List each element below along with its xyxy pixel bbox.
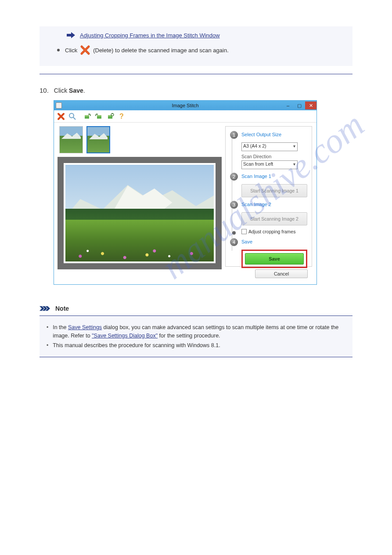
toolbar-rotate-all-button[interactable] <box>105 112 115 121</box>
toolbar-help-button[interactable]: ? <box>116 112 127 121</box>
start-scan-1-button[interactable]: Start Scanning Image 1 <box>241 184 307 197</box>
svg-rect-3 <box>85 115 89 116</box>
svg-point-0 <box>69 113 74 118</box>
thumbnails-row <box>58 125 222 157</box>
step-dot <box>232 231 236 235</box>
note-heading-text: Note <box>55 305 69 312</box>
right-pane: 1 Select Output Size A3 (A4 x 2) Scan Di… <box>225 123 316 284</box>
note-item-1: In the Save Settings dialog box, you can… <box>47 323 345 340</box>
thumbnail-1[interactable] <box>59 126 83 153</box>
step-text: Click Save. <box>54 87 85 94</box>
note-text-after: (Delete) to delete the scanned image and… <box>93 47 229 54</box>
step-4-badge: 4 <box>230 238 238 246</box>
window-title: Image Stitch <box>54 103 316 108</box>
delete-x-icon <box>80 45 90 55</box>
left-pane <box>54 123 225 284</box>
bottom-note-block: In the Save Settings dialog box, you can… <box>40 316 352 357</box>
note-item-2: This manual describes the procedure for … <box>47 341 345 350</box>
step-2-title: Scan Image 1 <box>241 174 271 179</box>
step-3-title: Scan Image 2 <box>241 202 271 207</box>
svg-rect-6 <box>97 115 101 116</box>
step-3-badge: 3 <box>230 201 238 209</box>
note-text-before: Click <box>65 47 77 54</box>
note-heading: Note <box>40 305 352 312</box>
save-settings-dialog-link[interactable]: "Save Settings Dialog Box" <box>92 333 158 339</box>
step-1-badge: 1 <box>230 131 238 139</box>
step-2-badge: 2 <box>230 173 238 181</box>
titlebar[interactable]: Image Stitch – ▢ ✕ <box>54 101 316 110</box>
output-size-select[interactable]: A3 (A4 x 2) <box>241 142 298 151</box>
step-10: 10. Click Save. <box>40 87 352 94</box>
save-button[interactable]: Save <box>245 253 304 265</box>
preview-frame <box>58 157 222 269</box>
preview-image <box>65 165 214 261</box>
chevron-icon <box>40 305 54 312</box>
svg-line-1 <box>73 117 76 120</box>
divider <box>40 74 352 74</box>
scan-direction-label: Scan Direction <box>241 154 307 159</box>
step-4-title: Save <box>241 239 252 244</box>
toolbar-zoom-button[interactable] <box>67 112 78 121</box>
cropping-frames-link[interactable]: Adjusting Cropping Frames in the Image S… <box>80 32 220 39</box>
toolbar-rotate-right-button[interactable] <box>94 112 104 121</box>
step-1-title: Select Output Size <box>241 132 281 137</box>
save-highlight-box: Save <box>241 250 307 268</box>
toolbar: ? <box>54 110 316 123</box>
cancel-button[interactable]: Cancel <box>255 269 308 278</box>
adjust-cropping-checkbox[interactable] <box>241 229 247 234</box>
bullet-icon <box>57 49 60 51</box>
arrow-right-icon <box>67 32 76 39</box>
save-settings-link-1[interactable]: Save Settings <box>68 324 102 330</box>
image-stitch-window: Image Stitch – ▢ ✕ ? <box>54 100 317 285</box>
toolbar-delete-button[interactable] <box>56 112 66 121</box>
thumbnail-2[interactable] <box>86 126 110 153</box>
start-scan-2-button[interactable]: Start Scanning Image 2 <box>241 212 307 225</box>
step-number: 10. <box>40 87 49 94</box>
top-note-block: Adjusting Cropping Frames in the Image S… <box>40 26 352 66</box>
adjust-cropping-label: Adjust cropping frames <box>248 229 295 234</box>
scan-direction-select[interactable]: Scan from Left <box>241 160 298 169</box>
toolbar-rotate-left-button[interactable] <box>82 112 93 121</box>
